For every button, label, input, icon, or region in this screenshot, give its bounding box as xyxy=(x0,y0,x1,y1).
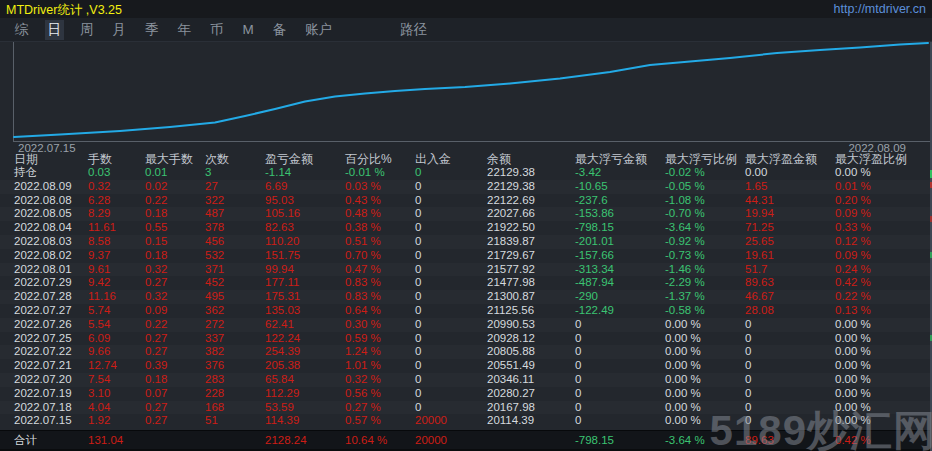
table-cell: 22129.38 xyxy=(487,180,575,194)
table-cell: 272 xyxy=(205,318,265,332)
tab-季[interactable]: 季 xyxy=(142,20,162,40)
table-cell: 254.39 xyxy=(265,345,345,359)
table-cell: 0.03 xyxy=(88,166,145,180)
table-cell: 6.09 xyxy=(88,332,145,346)
table-cell: -237.6 xyxy=(575,194,665,208)
tab-月[interactable]: 月 xyxy=(110,20,130,40)
table-cell: 0.00 % xyxy=(665,387,745,401)
table-cell: -0.70 % xyxy=(665,207,745,221)
table-cell: 0.00 % xyxy=(835,401,932,415)
table-cell: 0.32 xyxy=(145,263,205,277)
table-cell: 0.64 % xyxy=(345,304,415,318)
table-cell: 65.84 xyxy=(265,373,345,387)
table-cell: 105.16 xyxy=(265,207,345,221)
table-cell: 0 xyxy=(415,180,487,194)
table-cell: 0.18 xyxy=(145,207,205,221)
table-cell: 112.29 xyxy=(265,387,345,401)
column-header: 日期 xyxy=(14,152,88,166)
table-cell: 456 xyxy=(205,235,265,249)
column-header: 最大浮盈金额 xyxy=(745,152,835,166)
table-row: 2022.07.265.540.2227262.410.30 %020990.5… xyxy=(0,318,932,332)
row-label: 2022.07.20 xyxy=(14,373,88,387)
tab-账户[interactable]: 账户 xyxy=(302,20,335,40)
table-cell: 20000 xyxy=(415,431,487,449)
table-cell: 0 xyxy=(745,373,835,387)
column-header: 最大浮盈比例 xyxy=(835,152,932,166)
table-cell: 22122.69 xyxy=(487,194,575,208)
table-cell: 89.63 xyxy=(745,276,835,290)
table-cell xyxy=(205,431,265,449)
table-cell: 21300.87 xyxy=(487,290,575,304)
tab-M[interactable]: M xyxy=(240,21,257,38)
tab-综[interactable]: 综 xyxy=(12,20,32,40)
row-label: 2022.07.29 xyxy=(14,276,88,290)
table-cell: -3.64 % xyxy=(665,431,745,449)
tab-年[interactable]: 年 xyxy=(175,20,195,40)
table-cell: 0.00 % xyxy=(835,345,932,359)
table-cell: 205.38 xyxy=(265,359,345,373)
column-header: 最大浮亏金额 xyxy=(575,152,665,166)
table-cell: -157.66 xyxy=(575,249,665,263)
tab-币[interactable]: 币 xyxy=(207,20,227,40)
table-cell: -0.05 % xyxy=(665,180,745,194)
tab-备[interactable]: 备 xyxy=(270,20,290,40)
tab-周[interactable]: 周 xyxy=(77,20,97,40)
table-cell: 20000 xyxy=(415,414,487,428)
table-cell: 0.55 xyxy=(145,221,205,235)
table-cell: -0.92 % xyxy=(665,235,745,249)
table-cell: 0.57 % xyxy=(345,414,415,428)
table-cell: 5.74 xyxy=(88,304,145,318)
table-row: 2022.08.029.370.18532151.750.70 %021729.… xyxy=(0,249,932,263)
path-button[interactable]: 路径 xyxy=(400,21,427,39)
table-cell: 0 xyxy=(415,332,487,346)
table-cell: 122.24 xyxy=(265,332,345,346)
table-cell: 0.22 xyxy=(145,194,205,208)
table-cell: 487 xyxy=(205,207,265,221)
table-cell: 51 xyxy=(205,414,265,428)
table-row: 2022.08.038.580.15456110.200.51 %021839.… xyxy=(0,235,932,249)
table-cell: 0.56 % xyxy=(345,387,415,401)
table-cell: 95.03 xyxy=(265,194,345,208)
table-cell: 0.47 % xyxy=(345,263,415,277)
balance-chart-svg xyxy=(0,42,932,152)
table-cell: 0 xyxy=(745,332,835,346)
tab-日[interactable]: 日 xyxy=(45,20,65,40)
table-cell: 1.92 xyxy=(88,414,145,428)
table-cell: 0.20 % xyxy=(835,194,932,208)
table-cell: 9.66 xyxy=(88,345,145,359)
row-label: 2022.08.09 xyxy=(14,180,88,194)
table-cell: 0 xyxy=(575,318,665,332)
table-cell: 0 xyxy=(575,387,665,401)
column-header: 手数 xyxy=(88,152,145,166)
row-label: 2022.07.21 xyxy=(14,359,88,373)
table-cell: 46.67 xyxy=(745,290,835,304)
website-link[interactable]: http://mtdriver.cn xyxy=(834,2,926,16)
table-cell xyxy=(487,431,575,449)
table-cell: 99.94 xyxy=(265,263,345,277)
table-cell: 0 xyxy=(745,318,835,332)
table-row: 持仓0.030.013-1.14-0.01 %022129.38-3.42-0.… xyxy=(0,166,932,180)
table-cell: 0.00 % xyxy=(835,332,932,346)
title-bar: MTDriver统计 ,V3.25 http://mtdriver.cn xyxy=(0,0,932,18)
table-cell: 3 xyxy=(205,166,265,180)
table-cell: -3.64 % xyxy=(665,221,745,235)
table-cell: 0.00 % xyxy=(665,332,745,346)
table-cell: 20114.39 xyxy=(487,414,575,428)
table-cell: -1.08 % xyxy=(665,194,745,208)
table-cell: 0.00 % xyxy=(665,414,745,428)
column-header: 次数 xyxy=(205,152,265,166)
row-label: 2022.07.28 xyxy=(14,290,88,304)
table-cell: 6.69 xyxy=(265,180,345,194)
tab-list: 综日周月季年币M备账户 xyxy=(12,20,335,40)
table-cell: 5.54 xyxy=(88,318,145,332)
table-cell: 0 xyxy=(415,166,487,180)
tab-bar: 综日周月季年币M备账户 路径 xyxy=(0,18,932,42)
table-cell: 0.24 % xyxy=(835,263,932,277)
table-cell: 322 xyxy=(205,194,265,208)
table-cell: 0 xyxy=(745,414,835,428)
row-label: 2022.08.05 xyxy=(14,207,88,221)
equity-line xyxy=(14,43,928,137)
table-cell: 0.09 % xyxy=(835,207,932,221)
table-cell: 0 xyxy=(575,359,665,373)
table-cell: 12.74 xyxy=(88,359,145,373)
